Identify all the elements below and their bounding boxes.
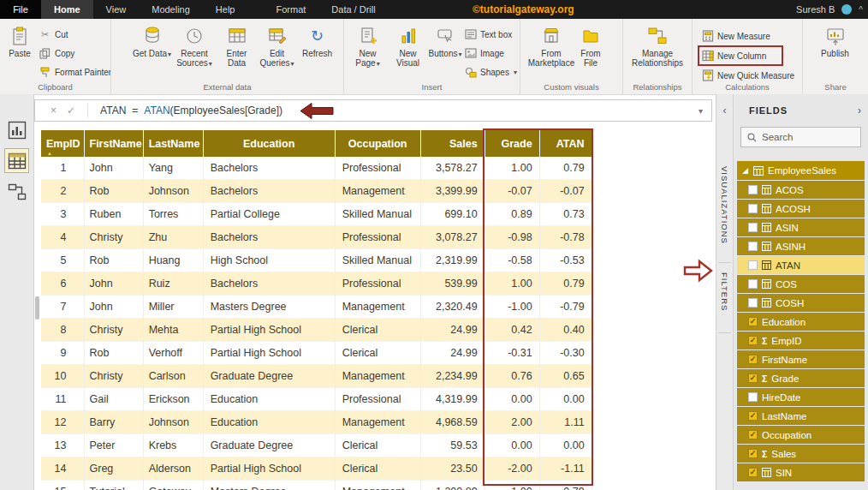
text-box-button[interactable]: Text box — [462, 26, 519, 43]
table-cell[interactable]: 0.00 — [539, 388, 592, 411]
table-cell[interactable]: Barry — [84, 411, 143, 434]
table-cell[interactable]: Partial College — [203, 203, 335, 226]
checkbox-unchecked[interactable] — [748, 298, 758, 308]
field-item-hiredate[interactable]: HireDate — [737, 388, 865, 406]
tab-data-drill[interactable]: Data / Drill — [318, 0, 388, 19]
checkbox-checked[interactable]: ✓ — [748, 411, 758, 421]
table-cell[interactable]: 24.99 — [420, 319, 485, 342]
table-cell[interactable]: -0.07 — [539, 180, 592, 203]
table-cell[interactable]: 4,968.59 — [420, 411, 485, 434]
tab-home[interactable]: Home — [41, 0, 93, 19]
table-cell[interactable]: -1.00 — [485, 296, 539, 319]
table-cell[interactable]: 1.00 — [485, 272, 539, 296]
checkbox-unchecked[interactable] — [748, 279, 758, 289]
checkbox-checked[interactable]: ✓ — [748, 468, 758, 477]
table-cell[interactable]: Bachelors — [203, 157, 335, 180]
table-cell[interactable]: Rob — [84, 180, 143, 203]
checkbox-checked[interactable]: ✓ — [748, 430, 758, 439]
table-cell[interactable]: -0.30 — [539, 342, 592, 365]
table-cell[interactable]: 2.00 — [485, 411, 539, 434]
table-cell[interactable]: Johnson — [143, 411, 203, 434]
collapse-pane-chevron-icon[interactable]: › — [858, 105, 861, 117]
table-cell[interactable]: Greg — [84, 457, 143, 481]
new-measure-button[interactable]: New Measure — [699, 27, 796, 45]
table-cell[interactable]: Bachelors — [203, 180, 335, 203]
from-file-button[interactable]: From File — [574, 22, 608, 68]
formula-expand-chevron-icon[interactable]: ▾ — [699, 106, 703, 116]
cancel-formula-icon[interactable]: × — [51, 105, 56, 117]
chevron-up-icon[interactable]: ^ — [859, 5, 863, 15]
table-cell[interactable]: Johnson — [143, 180, 203, 203]
model-view-button[interactable] — [5, 180, 28, 203]
publish-button[interactable]: Publish — [815, 22, 855, 58]
column-header-sales[interactable]: Sales — [420, 130, 485, 157]
manage-relationships-button[interactable]: Manage Relationships — [632, 22, 683, 68]
table-cell[interactable]: Gail — [84, 388, 143, 411]
table-cell[interactable]: 3,399.99 — [420, 180, 485, 203]
table-cell[interactable]: 15 — [41, 481, 84, 490]
visualizations-pane-tab[interactable]: VISUALIZATIONS — [720, 166, 729, 244]
table-cell[interactable]: Miller — [143, 296, 203, 319]
table-cell[interactable]: 12 — [41, 411, 84, 434]
table-cell[interactable]: Professional — [335, 272, 420, 296]
table-cell[interactable]: Professional — [335, 157, 420, 180]
new-column-button[interactable]: New Column — [699, 47, 782, 64]
from-marketplace-button[interactable]: From Marketplace — [529, 22, 574, 68]
formula-input[interactable]: ATAN = ATAN ( EmployeeSales[Grade] ) — [100, 105, 282, 117]
checkbox-checked[interactable]: ✓ — [748, 373, 758, 383]
table-cell[interactable]: 0.40 — [539, 319, 592, 342]
table-cell[interactable]: 0.00 — [485, 388, 539, 411]
table-cell[interactable]: 4,319.99 — [420, 388, 485, 411]
table-cell[interactable]: Clerical — [335, 434, 420, 457]
table-cell[interactable]: -1.00 — [485, 481, 539, 490]
table-cell[interactable]: Christy — [84, 365, 143, 388]
table-cell[interactable]: 3,578.27 — [420, 157, 485, 180]
table-cell[interactable]: 11 — [41, 388, 84, 411]
table-cell[interactable]: 8 — [41, 319, 84, 342]
file-menu-button[interactable]: File — [0, 0, 41, 19]
table-cell[interactable]: 5 — [41, 249, 84, 272]
filters-pane-tab[interactable]: FILTERS — [720, 272, 729, 311]
field-item-cosh[interactable]: COSH — [737, 294, 865, 312]
format-painter-button[interactable]: Format Painter — [37, 63, 111, 81]
commit-formula-icon[interactable]: ✓ — [67, 105, 75, 117]
table-cell[interactable]: Skilled Manual — [335, 249, 420, 272]
tab-format[interactable]: Format — [263, 0, 318, 19]
column-header-empid[interactable]: EmpID▲ — [41, 130, 84, 157]
expand-pane-chevron-icon[interactable]: ‹ — [716, 105, 733, 117]
enter-data-button[interactable]: Enter Data — [217, 22, 257, 68]
checkbox-checked[interactable]: ✓ — [748, 336, 758, 345]
edit-queries-button[interactable]: Edit Queries▾ — [257, 22, 297, 69]
table-cell[interactable]: Rob — [84, 342, 143, 365]
table-cell[interactable]: 3,078.27 — [420, 226, 485, 249]
column-header-lastname[interactable]: LastName — [143, 130, 203, 157]
report-view-button[interactable] — [5, 118, 28, 141]
field-item-cos[interactable]: COS — [737, 275, 865, 293]
table-cell[interactable]: -0.78 — [539, 226, 592, 249]
table-cell[interactable]: -1.11 — [539, 457, 592, 481]
buttons-button[interactable]: Buttons▾ — [428, 22, 462, 59]
field-item-firstname[interactable]: ✓FirstName — [737, 350, 865, 368]
table-cell[interactable]: High School — [203, 249, 335, 272]
new-quick-measure-button[interactable]: New Quick Measure — [699, 67, 796, 84]
table-cell[interactable]: 0.73 — [539, 203, 592, 226]
table-cell[interactable]: Management — [335, 411, 420, 434]
table-cell[interactable]: 14 — [41, 457, 84, 481]
table-cell[interactable]: 1.00 — [485, 157, 539, 180]
column-header-grade[interactable]: Grade — [485, 130, 539, 157]
shapes-button[interactable]: Shapes ▾ — [462, 63, 519, 81]
recent-sources-button[interactable]: Recent Sources▾ — [172, 22, 217, 69]
field-item-grade[interactable]: ✓ΣGrade — [737, 369, 865, 387]
table-cell[interactable]: 2 — [41, 180, 84, 203]
table-cell[interactable]: 1.11 — [539, 411, 592, 434]
table-cell[interactable]: Alderson — [143, 457, 203, 481]
table-cell[interactable]: Ruiz — [143, 272, 203, 296]
table-cell[interactable]: Christy — [84, 226, 143, 249]
table-cell[interactable]: 1 — [41, 157, 84, 180]
table-cell[interactable]: Graduate Degree — [203, 434, 335, 457]
table-cell[interactable]: Christy — [84, 319, 143, 342]
checkbox-checked[interactable]: ✓ — [748, 355, 758, 364]
table-cell[interactable]: 6 — [41, 272, 84, 296]
table-cell[interactable]: Gateway — [143, 481, 203, 490]
checkbox-unchecked[interactable] — [748, 223, 758, 232]
